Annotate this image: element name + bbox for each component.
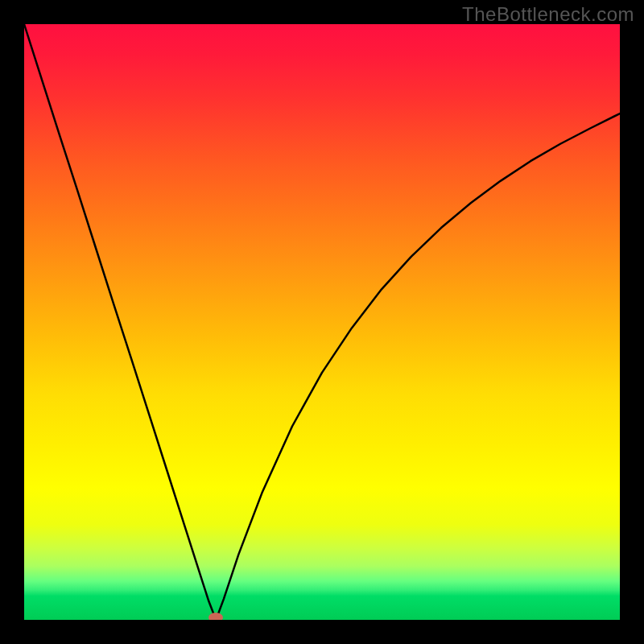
optimal-point-marker — [208, 613, 223, 620]
curve-layer — [24, 24, 620, 620]
watermark-text: TheBottleneck.com — [462, 3, 634, 26]
bottleneck-curve — [24, 24, 620, 620]
plot-area — [24, 24, 620, 620]
